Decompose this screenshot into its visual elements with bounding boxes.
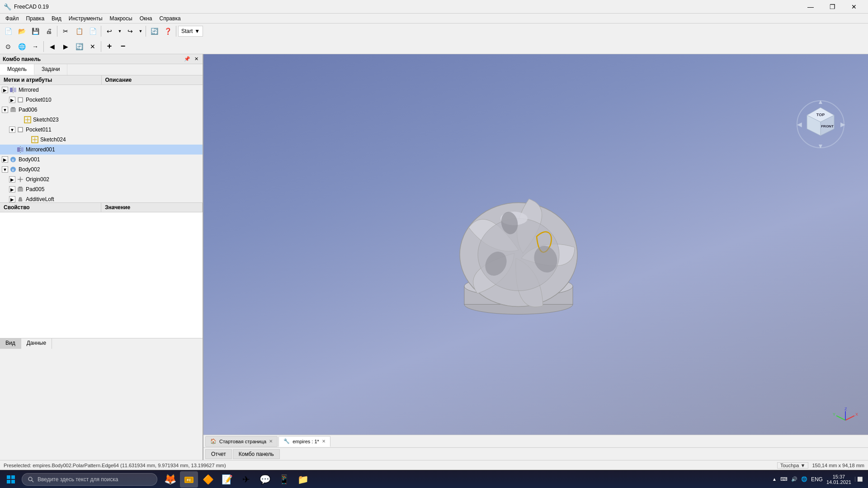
menu-item-правка[interactable]: Правка [23, 14, 48, 23]
tree-item-body002[interactable]: ▼ B Body002 [0, 164, 203, 174]
dimensions-display: 150,14 mm x 94,18 mm [812, 463, 864, 468]
workbench-dropdown[interactable]: Start ▼ [178, 26, 203, 37]
expand-pocket010[interactable]: ▶ [9, 97, 15, 103]
bottom-tab-view[interactable]: Вид [0, 338, 21, 349]
viewport-tab-start[interactable]: 🏠 Стартовая страница ✕ [205, 436, 278, 447]
taskbar-app4[interactable]: 🔶 [199, 471, 217, 488]
tree-item-body001[interactable]: ▶ B Body001 [0, 155, 203, 164]
svg-line-62 [32, 480, 33, 482]
stop-button[interactable]: ✕ [86, 40, 99, 53]
tree-item-pad005[interactable]: ▶ Pad005 [0, 184, 203, 194]
expand-additiveloft[interactable]: ▶ [9, 196, 15, 202]
expand-pocket011[interactable]: ▼ [9, 127, 15, 133]
taskbar-app5[interactable]: 📝 [218, 471, 236, 488]
taskbar-freecad[interactable]: FC [180, 471, 198, 488]
bottom-tab-data[interactable]: Данные [21, 338, 52, 349]
panel-close-button[interactable]: ✕ [193, 56, 200, 63]
back-button[interactable]: ◀ [46, 40, 58, 53]
refresh-button[interactable]: 🔄 [148, 25, 160, 38]
freecad-icon: FC [184, 474, 194, 485]
undo-dropdown[interactable]: ▼ [117, 25, 123, 38]
taskbar-telegram[interactable]: ✈ [237, 471, 255, 488]
taskbar-whatsapp[interactable]: 📱 [275, 471, 293, 488]
menu-item-инструменты[interactable]: Инструменты [65, 14, 106, 23]
svg-rect-26 [19, 187, 22, 188]
start-button[interactable] [2, 471, 20, 488]
close-button[interactable]: ✕ [844, 0, 864, 14]
taskbar-search[interactable]: Введите здесь текст для поиска [22, 473, 157, 486]
label-mirrored: Mirrored [19, 87, 39, 93]
arrow-right-button[interactable]: → [29, 40, 42, 53]
report-tab-combo[interactable]: Комбо панель [233, 449, 280, 459]
tree-scroll[interactable]: ▶ Mirrored ▶ Pocket010 ▼ [0, 85, 203, 202]
tree-item-sketch023[interactable]: Sketch023 [0, 115, 203, 125]
tree-item-pocket011[interactable]: ▼ Pocket011 [0, 125, 203, 135]
tab-model[interactable]: Модель [0, 64, 34, 75]
tree-item-pocket010[interactable]: ▶ Pocket010 [0, 95, 203, 105]
menu-bar: ФайлПравкаВидИнструментыМакросыОкнаСправ… [0, 14, 868, 23]
menu-item-вид[interactable]: Вид [48, 14, 65, 23]
network-icon[interactable]: 🌐 [801, 476, 807, 482]
help-button[interactable]: ❓ [161, 25, 174, 38]
tab-empires-close[interactable]: ✕ [322, 439, 326, 444]
expand-pad005[interactable]: ▶ [9, 186, 15, 192]
taskbar-discord[interactable]: 💬 [256, 471, 274, 488]
nav-cube[interactable]: ▲ ▼ ◀ ▶ TOP FRONT [796, 99, 841, 145]
svg-rect-58 [11, 475, 15, 479]
refresh2-button[interactable]: 🔄 [73, 40, 85, 53]
svg-rect-60 [11, 480, 15, 483]
menu-item-файл[interactable]: Файл [2, 14, 23, 23]
tab-start-close[interactable]: ✕ [269, 439, 273, 444]
expand-origin002[interactable]: ▶ [9, 176, 15, 183]
tree-item-sketch024[interactable]: Sketch024 [0, 135, 203, 145]
tree-item-mirrored[interactable]: ▶ Mirrored [0, 85, 203, 95]
panel-pin-button[interactable]: 📌 [184, 56, 191, 63]
zoom-out-button[interactable]: − [117, 40, 129, 53]
volume-icon[interactable]: 🔊 [791, 476, 797, 482]
forward-button[interactable]: ▶ [59, 40, 72, 53]
label-sketch024: Sketch024 [40, 136, 66, 143]
redo-button[interactable]: ↪ [124, 25, 137, 38]
tree-item-mirrored001[interactable]: Mirrored001 [0, 145, 203, 155]
expand-pad006[interactable]: ▼ [2, 107, 8, 113]
tree-item-additiveloft[interactable]: ▶ AdditiveLoft [0, 194, 203, 202]
sep2-1 [43, 41, 44, 52]
restore-button[interactable]: ❐ [822, 0, 843, 14]
expand-body002[interactable]: ▼ [2, 166, 8, 173]
copy-button[interactable]: 📋 [73, 25, 85, 38]
tab-tasks[interactable]: Задачи [34, 64, 67, 75]
open-button[interactable]: 📂 [15, 25, 28, 38]
report-tab-report[interactable]: Отчет [205, 449, 232, 459]
expand-mirrored[interactable]: ▶ [2, 87, 8, 93]
paste-button[interactable]: 📄 [86, 25, 99, 38]
taskbar-filemanager[interactable]: 📁 [294, 471, 312, 488]
label-origin002: Origin002 [26, 176, 49, 183]
viewport-tab-empires[interactable]: 🔧 empires : 1* ✕ [278, 436, 330, 447]
touchpad-indicator[interactable]: Touchpa ▼ [777, 462, 809, 469]
tray-arrow[interactable]: ▲ [772, 477, 777, 482]
web-button[interactable]: 🌐 [15, 40, 28, 53]
tree-item-pad006[interactable]: ▼ Pad006 [0, 105, 203, 115]
tree-item-origin002[interactable]: ▶ Origin002 [0, 174, 203, 184]
taskbar-firefox[interactable]: 🦊 [161, 471, 179, 488]
menu-item-окна[interactable]: Окна [136, 14, 156, 23]
menu-item-макросы[interactable]: Макросы [106, 14, 136, 23]
toolbar-row-1: 📄 📂 💾 🖨 ✂ 📋 📄 ↩ ▼ ↪ ▼ 🔄 ❓ Start ▼ [0, 23, 868, 39]
save-button[interactable]: 💾 [29, 25, 42, 38]
clock[interactable]: 15:37 14.01.2021 [826, 474, 851, 485]
print-button[interactable]: 🖨 [42, 25, 55, 38]
minimize-button[interactable]: — [800, 0, 821, 14]
lang-indicator[interactable]: ENG [811, 476, 823, 483]
new-button[interactable]: 📄 [2, 25, 14, 38]
cut-button[interactable]: ✂ [59, 25, 72, 38]
expand-body001[interactable]: ▶ [2, 156, 8, 163]
perspective-button[interactable]: ⊙ [2, 40, 14, 53]
redo-dropdown[interactable]: ▼ [137, 25, 144, 38]
status-bar: Preselected: empires.Body002.PolarPatter… [0, 460, 868, 470]
zoom-in-button[interactable]: + [103, 40, 116, 53]
show-desktop[interactable]: ⬜ [855, 477, 863, 482]
combo-tabs: Модель Задачи [0, 64, 203, 75]
menu-item-справка[interactable]: Справка [156, 14, 184, 23]
undo-button[interactable]: ↩ [103, 25, 116, 38]
taskbar-right: ▲ ⌨ 🔊 🌐 ENG 15:37 14.01.2021 ⬜ [772, 474, 866, 485]
